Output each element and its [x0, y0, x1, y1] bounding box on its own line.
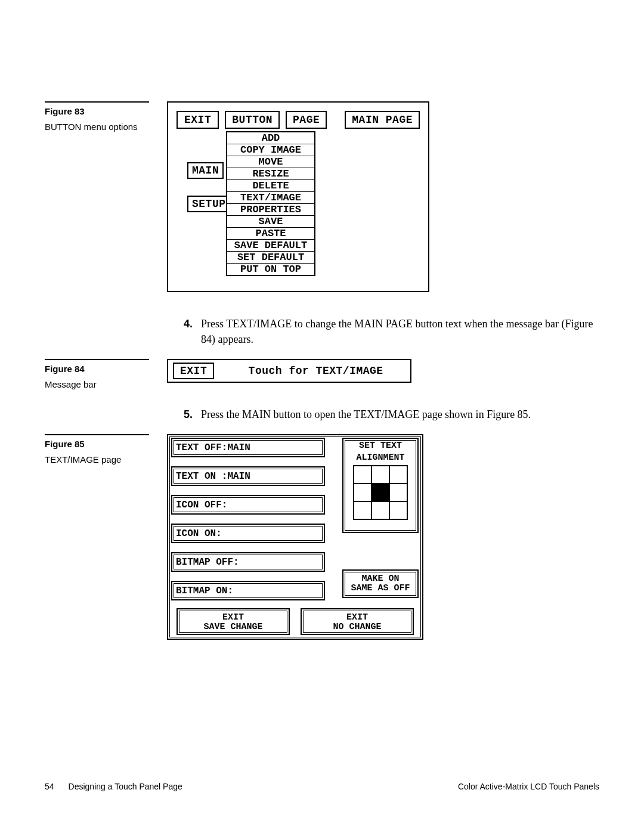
fig83-main-button[interactable]: MAIN: [187, 162, 224, 179]
fig83-mainpage-button[interactable]: MAIN PAGE: [345, 111, 420, 129]
page-footer: 54 Designing a Touch Panel Page Color Ac…: [45, 782, 599, 791]
fig83-title: Figure 83: [45, 106, 149, 116]
sidecol-fig83: Figure 83 BUTTON menu options: [45, 101, 149, 359]
fig85-diagram: TEXT OFF:MAIN TEXT ON :MAIN ICON OFF: IC…: [167, 434, 423, 640]
fig83-button-button[interactable]: BUTTON: [225, 111, 280, 129]
menu-item[interactable]: RESIZE: [227, 168, 314, 180]
icon-on-field[interactable]: ICON ON:: [171, 524, 325, 543]
fig84-exit-button[interactable]: EXIT: [173, 363, 214, 379]
align-cell[interactable]: [389, 466, 407, 484]
fig84-message: Touch for TEXT/IMAGE: [226, 365, 405, 377]
align-cell[interactable]: [389, 501, 407, 519]
fig83-diagram: EXIT BUTTON PAGE MAIN PAGE MAIN SETUP AD…: [167, 101, 429, 292]
bitmap-off-field[interactable]: BITMAP OFF:: [171, 552, 325, 572]
step-4-text: Press TEXT/IMAGE to change the MAIN PAGE…: [201, 316, 599, 347]
align-cell[interactable]: [371, 466, 389, 484]
fig84-caption: Message bar: [45, 379, 149, 391]
menu-item[interactable]: SAVE: [227, 216, 314, 228]
align-label-1: SET TEXT: [343, 441, 417, 453]
make-on-line2: SAME AS OFF: [343, 584, 417, 593]
fig85-title: Figure 85: [45, 439, 149, 449]
menu-item[interactable]: COPY IMAGE: [227, 144, 314, 156]
footer-left: 54 Designing a Touch Panel Page: [45, 782, 182, 791]
step-5-text: Press the MAIN button to open the TEXT/I…: [201, 407, 531, 422]
exit-no-line2: NO CHANGE: [302, 623, 413, 632]
fig83-setup-button[interactable]: SETUP: [187, 196, 231, 212]
exit-save-line2: SAVE CHANGE: [178, 623, 289, 632]
alignment-grid[interactable]: [353, 465, 408, 520]
exit-no-line1: EXIT: [302, 613, 413, 623]
exit-no-change-button[interactable]: EXIT NO CHANGE: [301, 608, 414, 635]
menu-item[interactable]: TEXT/IMAGE: [227, 192, 314, 204]
menu-item[interactable]: PROPERTIES: [227, 204, 314, 216]
sidecol-fig84: Figure 84 Message bar: [45, 359, 149, 434]
fig83-label-block: Figure 83 BUTTON menu options: [45, 101, 149, 133]
fig84-title: Figure 84: [45, 364, 149, 374]
row-fig83: Figure 83 BUTTON menu options EXIT BUTTO…: [45, 101, 599, 359]
maincol-fig83: EXIT BUTTON PAGE MAIN PAGE MAIN SETUP AD…: [167, 101, 599, 359]
footer-doc-title: Color Active-Matrix LCD Touch Panels: [458, 782, 599, 791]
fig84-diagram: EXIT Touch for TEXT/IMAGE: [167, 359, 411, 383]
menu-item[interactable]: DELETE: [227, 180, 314, 192]
step-5-number: 5.: [184, 407, 193, 422]
fig83-exit-button[interactable]: EXIT: [177, 111, 219, 129]
row-fig85: Figure 85 TEXT/IMAGE page TEXT OFF:MAIN …: [45, 434, 599, 640]
menu-item[interactable]: PASTE: [227, 228, 314, 240]
maincol-fig84: EXIT Touch for TEXT/IMAGE 5. Press the M…: [167, 359, 599, 434]
align-cell[interactable]: [354, 466, 371, 484]
set-text-alignment-panel: SET TEXT ALIGNMENT: [342, 438, 419, 533]
fig83-caption: BUTTON menu options: [45, 121, 149, 133]
fig85-caption: TEXT/IMAGE page: [45, 454, 149, 466]
menu-item[interactable]: ADD: [227, 132, 314, 144]
menu-item[interactable]: MOVE: [227, 156, 314, 168]
fig83-dropdown-menu: ADD COPY IMAGE MOVE RESIZE DELETE TEXT/I…: [226, 131, 315, 276]
bitmap-on-field[interactable]: BITMAP ON:: [171, 581, 325, 600]
exit-save-change-button[interactable]: EXIT SAVE CHANGE: [177, 608, 290, 635]
align-cell-selected[interactable]: [371, 484, 389, 501]
fig83-topbar: EXIT BUTTON PAGE MAIN PAGE: [177, 111, 420, 129]
exit-save-line1: EXIT: [178, 613, 289, 623]
footer-section: Designing a Touch Panel Page: [69, 782, 182, 791]
step-4: 4. Press TEXT/IMAGE to change the MAIN P…: [184, 316, 599, 347]
make-on-same-as-off-button[interactable]: MAKE ON SAME AS OFF: [342, 569, 419, 598]
align-cell[interactable]: [389, 484, 407, 501]
maincol-fig85: TEXT OFF:MAIN TEXT ON :MAIN ICON OFF: IC…: [167, 434, 599, 640]
text-off-field[interactable]: TEXT OFF:MAIN: [171, 438, 325, 457]
fig85-label-block: Figure 85 TEXT/IMAGE page: [45, 434, 149, 466]
row-fig84: Figure 84 Message bar EXIT Touch for TEX…: [45, 359, 599, 434]
fig84-label-block: Figure 84 Message bar: [45, 359, 149, 391]
fig83-page-button[interactable]: PAGE: [286, 111, 327, 129]
make-on-line1: MAKE ON: [343, 574, 417, 584]
step-5: 5. Press the MAIN button to open the TEX…: [184, 407, 599, 422]
page-number: 54: [45, 782, 54, 791]
menu-item[interactable]: SAVE DEFAULT: [227, 240, 314, 252]
step-4-number: 4.: [184, 316, 193, 347]
align-cell[interactable]: [354, 501, 371, 519]
align-cell[interactable]: [354, 484, 371, 501]
menu-item[interactable]: PUT ON TOP: [227, 264, 314, 275]
icon-off-field[interactable]: ICON OFF:: [171, 495, 325, 515]
sidecol-fig85: Figure 85 TEXT/IMAGE page: [45, 434, 149, 640]
menu-item[interactable]: SET DEFAULT: [227, 252, 314, 264]
align-cell[interactable]: [371, 501, 389, 519]
page: Figure 83 BUTTON menu options EXIT BUTTO…: [0, 0, 644, 833]
text-on-field[interactable]: TEXT ON :MAIN: [171, 466, 325, 486]
align-label-2: ALIGNMENT: [343, 453, 417, 465]
